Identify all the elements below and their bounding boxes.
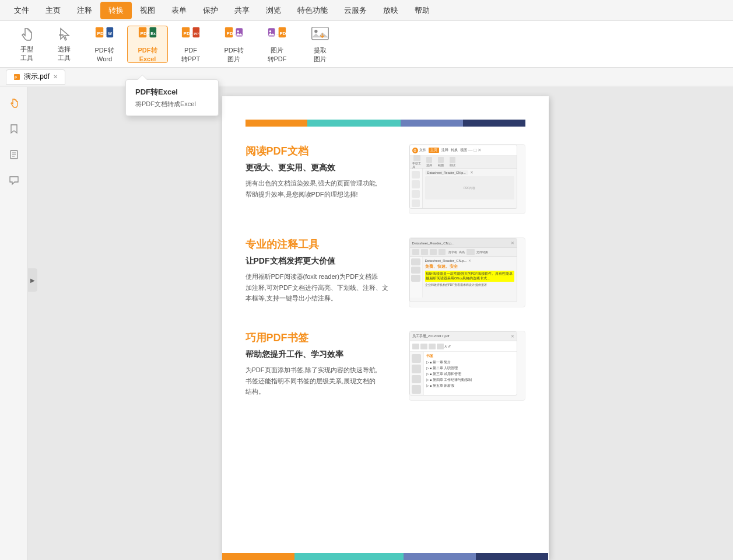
tooltip-title: PDF转Excel <box>135 87 209 97</box>
pdf-viewer: 阅读PDF文档 更强大、更实用、更高效 拥有出色的文档渲染效果,强大的页面管理功… <box>37 96 733 560</box>
pdf-section1-image: G 文件 主页 注释 转换 视图 — <box>409 144 525 214</box>
cursor-icon <box>55 26 73 43</box>
left-icon-hand[interactable] <box>3 93 24 114</box>
mini-content: Datasheet_Reader_CN.p... ✕ PDF内容 <box>423 169 517 209</box>
pdf-ppt-label: PDF转PPT <box>181 46 200 63</box>
pdf-to-ppt-button[interactable]: PDF → PPT PDF转PPT <box>170 26 211 63</box>
pdf-section2-subtitle: 让PDF文档发挥更大价值 <box>245 256 397 267</box>
menu-home[interactable]: 主页 <box>37 2 69 19</box>
pdf-to-image-button[interactable]: PDF → PDF转图片 <box>213 26 254 63</box>
pdf-section3-image: 员工手册_20120917.pdf ✕ A'A' <box>409 331 525 401</box>
image-to-pdf-button[interactable]: → PDF 图片转PDF <box>257 26 297 63</box>
tab-close-button[interactable]: ✕ <box>53 74 58 80</box>
pdf-word-icon: PDF → W <box>95 25 114 44</box>
tab-filename: 演示.pdf <box>24 72 50 82</box>
pdf-colorbar <box>245 120 525 127</box>
pdf-section1-subtitle: 更强大、更实用、更高效 <box>245 163 397 173</box>
pdf-section3-subtitle: 帮助您提升工作、学习效率 <box>245 349 397 360</box>
pdf-section3-title: 巧用PDF书签 <box>245 331 397 345</box>
select-tool-button[interactable]: 选择工具 <box>47 26 82 63</box>
tooltip-popup: PDF转Excel 将PDF文档转成Excel <box>125 79 219 116</box>
toolbar: 手型工具 选择工具 PDF → W PDF转Word <box>0 21 733 68</box>
tooltip-desc: 将PDF文档转成Excel <box>135 100 209 108</box>
menu-features[interactable]: 特色功能 <box>289 2 336 19</box>
svg-text:PPT: PPT <box>194 32 200 36</box>
collapse-panel-button[interactable]: ▶ <box>28 268 37 292</box>
tab-pdf[interactable]: P 演示.pdf ✕ <box>6 69 65 85</box>
mini-toolbar: 手型工具 选择 截图 <box>410 156 517 169</box>
pdf-section3-body: 为PDF页面添加书签,除了实现内容的快速导航,书签还能指明不同书签的层级关系,展… <box>245 365 397 397</box>
mini-tab-bar: Datasheet_Reader_CN.p... ✕ <box>425 170 514 175</box>
pdf-section2-image: Datasheet_Reader_CN.p... ✕ 打字机 高亮 <box>409 237 525 307</box>
image-pdf-icon: → PDF <box>268 25 286 44</box>
image-pdf-label: 图片转PDF <box>268 46 287 63</box>
pdf-excel-icon: PDF → Ex <box>138 25 157 44</box>
pdf-image-label: PDF转图片 <box>225 46 244 63</box>
mini-app-body: Datasheet_Reader_CN.p... ✕ PDF内容 <box>410 169 517 209</box>
menu-form[interactable]: 表单 <box>163 2 195 19</box>
extract-image-label: 提取图片 <box>314 46 327 63</box>
pdf-section1-body: 拥有出色的文档渲染效果,强大的页面管理功能,帮助提升效率,是您阅读PDF的理想选… <box>245 178 397 200</box>
svg-point-22 <box>269 30 272 33</box>
svg-point-27 <box>314 30 317 33</box>
tooltip-arrow <box>138 75 147 80</box>
pdf-to-word-button[interactable]: PDF → W PDF转Word <box>84 26 125 63</box>
menu-protect[interactable]: 保护 <box>195 2 226 19</box>
bookmark-app-preview: 员工手册_20120917.pdf ✕ A'A' <box>409 331 517 396</box>
pdf-section2-body: 使用福昕PDF阅读器(foxit reader)为PDF文档添加注释,可对PDF… <box>245 271 397 304</box>
pdf-to-excel-button[interactable]: PDF → Ex PDF转Excel <box>127 26 168 63</box>
pdf-tab-icon: P <box>13 74 20 80</box>
menu-help[interactable]: 帮助 <box>406 2 438 19</box>
left-panel <box>0 87 28 560</box>
mini-sidebar <box>410 169 423 209</box>
svg-rect-26 <box>312 27 328 40</box>
left-icon-bookmark[interactable] <box>3 118 24 139</box>
pdf-section-bookmark: 巧用PDF书签 帮助您提升工作、学习效率 为PDF页面添加书签,除了实现内容的快… <box>245 331 525 401</box>
pdf-section1-title: 阅读PDF文档 <box>245 144 397 158</box>
select-tool-label: 选择工具 <box>58 45 71 62</box>
anno-app-header: Datasheet_Reader_CN.p... ✕ <box>410 239 517 248</box>
pdf-section-annotate: 专业的注释工具 让PDF文档发挥更大价值 使用福昕PDF阅读器(foxit re… <box>245 237 525 307</box>
menu-annotate[interactable]: 注释 <box>69 2 100 19</box>
hand-tool-button[interactable]: 手型工具 <box>9 26 44 63</box>
pdf-page: 阅读PDF文档 更强大、更实用、更高效 拥有出色的文档渲染效果,强大的页面管理功… <box>222 96 549 560</box>
hand-icon <box>17 26 36 43</box>
menu-share[interactable]: 共享 <box>226 2 258 19</box>
svg-text:W: W <box>108 32 112 36</box>
menu-presentation[interactable]: 放映 <box>375 2 406 19</box>
pdf-section-annotate-text: 专业的注释工具 让PDF文档发挥更大价值 使用福昕PDF阅读器(foxit re… <box>245 237 397 304</box>
pdf-section-read-text: 阅读PDF文档 更强大、更实用、更高效 拥有出色的文档渲染效果,强大的页面管理功… <box>245 144 397 200</box>
pdf-section2-title: 专业的注释工具 <box>245 237 397 251</box>
menu-cloud[interactable]: 云服务 <box>336 2 375 19</box>
menu-browse[interactable]: 浏览 <box>258 2 289 19</box>
left-icon-comments[interactable] <box>3 170 24 191</box>
pdf-bottom-colorbar <box>222 553 549 560</box>
extract-icon <box>311 25 329 44</box>
pdf-image-icon: PDF → <box>225 25 243 44</box>
tabbar: P 演示.pdf ✕ <box>0 68 733 86</box>
pdf-ppt-icon: PDF → PPT <box>181 25 200 44</box>
svg-text:Ex: Ex <box>150 32 156 36</box>
hand-tool-label: 手型工具 <box>20 45 33 62</box>
svg-text:P: P <box>15 76 17 79</box>
pdf-section-read: 阅读PDF文档 更强大、更实用、更高效 拥有出色的文档渲染效果,强大的页面管理功… <box>245 144 525 214</box>
svg-rect-0 <box>59 34 64 36</box>
menu-convert[interactable]: 转换 <box>100 2 132 19</box>
menu-file[interactable]: 文件 <box>6 2 37 19</box>
extract-image-button[interactable]: 提取图片 <box>300 26 341 63</box>
svg-text:PDF: PDF <box>279 31 286 36</box>
svg-point-20 <box>237 30 239 33</box>
mini-app-reader: G 文件 主页 注释 转换 视图 — <box>409 145 517 209</box>
pdf-section-bookmark-text: 巧用PDF书签 帮助您提升工作、学习效率 为PDF页面添加书签,除了实现内容的快… <box>245 331 397 397</box>
bookmark-header: 员工手册_20120917.pdf ✕ <box>410 332 517 341</box>
main-content-area: 阅读PDF文档 更强大、更实用、更高效 拥有出色的文档渲染效果,强大的页面管理功… <box>28 87 733 560</box>
left-icon-pages[interactable] <box>3 144 24 165</box>
pdf-excel-label: PDF转Excel <box>138 46 157 63</box>
menubar: 文件 主页 注释 转换 视图 表单 保护 共享 浏览 特色功能 云服务 放映 帮… <box>0 0 733 21</box>
annotation-app-preview: Datasheet_Reader_CN.p... ✕ 打字机 高亮 <box>409 238 517 302</box>
menu-view[interactable]: 视图 <box>132 2 163 19</box>
mini-app-header: G 文件 主页 注释 转换 视图 — <box>410 145 517 156</box>
pdf-word-label: PDF转Word <box>95 46 114 63</box>
